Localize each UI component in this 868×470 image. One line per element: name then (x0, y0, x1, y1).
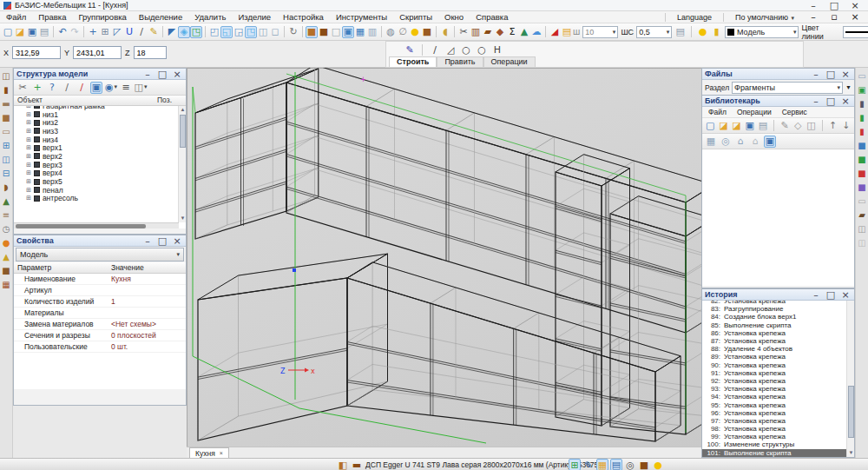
sphere-tool-icon[interactable]: ● (1, 237, 12, 248)
draw-line-icon[interactable]: ∕ (429, 44, 441, 56)
draw-pointer-icon[interactable]: ✎ (404, 44, 416, 56)
menu-item-файл[interactable]: Файл (0, 11, 32, 23)
history-item[interactable]: 101:Выполнение скрипта (702, 449, 854, 457)
material-cube-icon[interactable]: ■ (421, 26, 433, 38)
measure-icon[interactable]: ✎ (148, 26, 160, 38)
red-line-pick-icon[interactable]: ∕ (76, 82, 88, 94)
tree-item[interactable]: ⊞верх2 (14, 152, 186, 161)
expand-icon[interactable]: ⊞ (26, 162, 31, 169)
tree-item[interactable]: ⊞низ4 (14, 136, 186, 144)
tree-item[interactable]: ⊞верх1 (14, 143, 186, 152)
draw-tab-операции[interactable]: Операции (483, 56, 536, 67)
panel-tool-icon[interactable]: ■ (1, 112, 12, 123)
menu-item-правка[interactable]: Правка (32, 11, 72, 23)
lamp-icon[interactable]: ● (409, 26, 421, 38)
box-tool-icon[interactable]: ■ (1, 265, 12, 276)
axe-icon[interactable]: ◢ (549, 26, 561, 38)
tree-item[interactable]: ⊞верх4 (14, 169, 186, 178)
files-filter-button[interactable]: ▼ (845, 84, 852, 90)
wire-cube-free-icon[interactable]: ◻ (269, 26, 281, 38)
line-pick-icon[interactable]: ∕ (61, 82, 73, 94)
expand-icon[interactable]: ⊞ (26, 169, 31, 176)
child-close-button[interactable]: × (849, 11, 861, 23)
draw-dimension-icon[interactable]: H (491, 44, 503, 56)
lib-image-icon[interactable]: ◫ (806, 120, 816, 132)
line-color-combo[interactable]: ▾ (843, 26, 868, 38)
clamp-op-icon[interactable]: ▮ (857, 98, 868, 109)
table-view-icon[interactable]: ▥ (366, 26, 378, 38)
sheet-op-icon[interactable]: ▭ (857, 195, 868, 207)
panel-minimize-button[interactable]: – (141, 68, 154, 80)
history-item[interactable]: 96:Установка крепежа (702, 409, 854, 417)
viewport-3d[interactable]: Zx+ (187, 68, 701, 447)
panel-minimize-button[interactable]: – (810, 68, 822, 80)
expand-icon[interactable]: ⊞ (26, 144, 31, 151)
tree-item[interactable]: ⊞низ2 (14, 118, 186, 127)
close-button[interactable]: × (849, 0, 861, 11)
lib-open-icon[interactable]: ◪ (718, 120, 728, 132)
line-tool-icon[interactable]: ∕ (135, 26, 148, 38)
expand-icon[interactable]: ⊞ (26, 119, 31, 126)
chest-icon[interactable]: ▥ (470, 26, 482, 38)
panel-close-button[interactable]: × (171, 68, 183, 80)
split-4-tool-icon[interactable]: ⊞ (1, 140, 12, 151)
profile-tool-icon[interactable]: ◗ (1, 182, 12, 193)
tree-item[interactable]: ⊞низ1 (14, 110, 186, 119)
menu-item-группировка[interactable]: Группировка (72, 11, 132, 23)
panel-op-icon[interactable]: ▭ (857, 70, 868, 82)
child-window-controls[interactable]: –▫× (807, 11, 865, 23)
history-item[interactable]: 85:Выполнение скрипта (702, 321, 854, 329)
grid-icon[interactable]: ⊞ (99, 26, 111, 38)
document-tab-kitchen[interactable]: Кухня × (189, 447, 229, 458)
y-input[interactable] (73, 46, 122, 59)
draw-angle-icon[interactable]: ◿ (444, 44, 457, 56)
fittings-icon[interactable]: ▲ (518, 26, 530, 38)
status-material-icon[interactable]: ◧ (337, 459, 349, 470)
property-value[interactable]: <Нет схемы> (111, 320, 156, 328)
structure-hscrollbar[interactable] (14, 222, 179, 228)
select-cursor-icon[interactable]: ◤ (166, 26, 178, 38)
wire-cube-top-icon[interactable]: ◱ (220, 26, 233, 38)
material-status-icon[interactable]: ■ (638, 459, 650, 470)
window-controls[interactable]: –□× (807, 0, 865, 11)
expand-icon[interactable]: ⊞ (26, 128, 31, 135)
lib-up-icon[interactable]: ↑ (828, 120, 838, 132)
split-v-tool-icon[interactable]: ◫ (1, 154, 12, 165)
property-value[interactable]: 1 (111, 297, 115, 306)
minimize-button[interactable]: – (807, 0, 819, 11)
brush-icon[interactable]: ▰ (482, 26, 494, 38)
roof-tool-icon[interactable]: ▲ (1, 195, 12, 207)
draw-arc-icon[interactable]: ○ (476, 44, 488, 56)
cube-move-op-icon[interactable]: ■ (857, 154, 868, 165)
lib-link-icon[interactable]: ✎ (779, 120, 790, 132)
property-value[interactable]: 0 плоскостей (111, 331, 156, 340)
hide-object-icon[interactable]: ◍ (385, 26, 397, 38)
book-op-icon[interactable]: ▰ (857, 209, 868, 221)
grid-toggle-icon[interactable]: ▦ (596, 459, 608, 470)
history-list[interactable]: ▼ 82:Установка крепежа83:Разгруппировани… (702, 301, 854, 457)
lock-icon[interactable]: ▮ (711, 26, 722, 38)
light-toggle-icon[interactable]: ● (697, 26, 708, 38)
rotate-tool-icon[interactable]: ◷ (1, 223, 12, 235)
line-width-combo[interactable]: 0,5▾ (636, 26, 672, 38)
texture-cube-icon[interactable]: ◆ (494, 26, 506, 38)
library-panel-header[interactable]: Библиотекарь –□× (702, 96, 854, 107)
history-item[interactable]: 90:Установка крепежа (702, 361, 854, 369)
panel-close-button[interactable]: × (171, 235, 183, 247)
wireframe-view-icon[interactable]: □ (330, 26, 342, 38)
cloud-icon[interactable]: ☁ (530, 26, 542, 38)
clamp-del-op-icon[interactable]: ▮ (857, 126, 868, 137)
cabinet-tool-icon[interactable]: ◫ (1, 70, 12, 82)
panel-float-button[interactable]: □ (825, 95, 837, 107)
property-row[interactable]: Количество изделий1 (14, 296, 186, 308)
property-row[interactable]: Замена материалов<Нет схемы> (14, 319, 186, 330)
lib-search-icon[interactable]: ◎ (720, 136, 732, 148)
property-value[interactable]: Кухня (111, 275, 131, 283)
boards-tool-icon[interactable]: ≡ (1, 209, 12, 221)
structure-tree[interactable]: ▲ ▼ ⊞Габаритная рамка⊞низ1⊞низ2⊞низ3⊞низ… (14, 106, 186, 228)
library-list[interactable] (702, 149, 854, 286)
sum-icon[interactable]: Σ (506, 26, 518, 38)
lib-pin-icon[interactable]: ◇ (792, 120, 803, 132)
page-setup-icon[interactable]: ▤ (674, 26, 686, 38)
layer-combo[interactable]: Модель▾ (725, 26, 799, 38)
